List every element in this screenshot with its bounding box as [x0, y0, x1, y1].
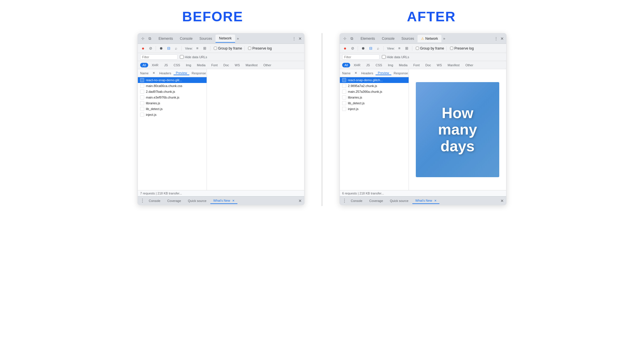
resource-all-after[interactable]: All — [342, 63, 350, 67]
resource-img-after[interactable]: Img — [386, 63, 395, 67]
resource-manifest-before[interactable]: Manifest — [243, 63, 260, 67]
filter-input-after[interactable] — [342, 54, 380, 60]
tab-headers-before[interactable]: Headers — [157, 71, 174, 75]
file-item-3-before[interactable]: main.e3ef976b.chunk.js — [138, 94, 207, 100]
view-list-btn2-after[interactable]: ⊞ — [404, 46, 410, 51]
resource-all-before[interactable]: All — [140, 63, 148, 67]
group-by-frame-checkbox-after[interactable] — [416, 47, 419, 50]
close-icon-before[interactable]: ✕ — [298, 36, 302, 41]
tab-response-after[interactable]: Response — [391, 71, 410, 75]
bottom-bar-dots-after[interactable]: ⋮ — [342, 198, 347, 203]
tab-console-after[interactable]: Console — [378, 35, 398, 42]
view-label-before: View: — [185, 47, 193, 50]
preserve-log-checkbox-after[interactable] — [450, 47, 453, 50]
bottom-tab-whatsnew-close-after[interactable]: ✕ — [434, 199, 437, 202]
resource-media-after[interactable]: Media — [397, 63, 410, 67]
record-btn-after[interactable]: ● — [342, 46, 348, 51]
file-item-3-after[interactable]: libraries.js — [340, 94, 409, 100]
resource-ws-before[interactable]: WS — [233, 63, 242, 67]
tab-network-before[interactable]: Network — [216, 35, 235, 43]
tab-elements-after[interactable]: Elements — [357, 35, 378, 42]
file-list-close-before[interactable]: ✕ — [151, 71, 157, 75]
file-name-3-after: libraries.js — [348, 96, 362, 99]
bottom-tab-whatsnew-before[interactable]: What's New ✕ — [210, 198, 237, 204]
file-item-4-before[interactable]: libraries.js — [138, 100, 207, 106]
bottom-bar-close-after[interactable]: ✕ — [500, 198, 504, 203]
bottom-tab-whatsnew-close-before[interactable]: ✕ — [232, 199, 235, 202]
file-item-1-before[interactable]: main.80ca66ca.chunk.css — [138, 83, 207, 89]
resource-ws-after[interactable]: WS — [435, 63, 444, 67]
resource-font-after[interactable]: Font — [411, 63, 422, 67]
file-list-close-after[interactable]: ✕ — [353, 71, 359, 75]
resource-doc-after[interactable]: Doc — [423, 63, 433, 67]
hide-data-urls-checkbox-before[interactable] — [180, 55, 184, 59]
resource-xhr-after[interactable]: XHR — [351, 63, 363, 67]
resource-js-after[interactable]: JS — [364, 63, 372, 67]
tab-network-label-after: Network — [425, 37, 438, 41]
bottom-tab-coverage-before[interactable]: Coverage — [164, 198, 184, 204]
tab-elements-before[interactable]: Elements — [155, 35, 176, 42]
tab-more-before[interactable]: » — [235, 35, 241, 42]
device-icon[interactable]: ⧉ — [147, 36, 152, 41]
tab-more-after[interactable]: » — [441, 35, 447, 42]
tab-preview-after[interactable]: Preview — [376, 71, 391, 75]
cursor-icon-after[interactable]: ⊹ — [342, 36, 347, 41]
file-item-0-after[interactable]: react-snap-demo.glitch... — [340, 77, 409, 83]
bottom-tab-whatsnew-after[interactable]: What's New ✕ — [412, 198, 439, 204]
filter-input-before[interactable] — [140, 54, 178, 60]
resource-css-before[interactable]: CSS — [171, 63, 182, 67]
record-btn-before[interactable]: ● — [140, 46, 146, 51]
file-item-5-before[interactable]: lib_detect.js — [138, 106, 207, 112]
stop-btn-before[interactable]: ⊘ — [148, 46, 153, 51]
device-icon-after[interactable]: ⧉ — [349, 36, 354, 41]
file-item-5-after[interactable]: inject.js — [340, 106, 409, 112]
resource-other-before[interactable]: Other — [261, 63, 274, 67]
bottom-bar-dots-before[interactable]: ⋮ — [140, 198, 145, 203]
resource-doc-before[interactable]: Doc — [221, 63, 231, 67]
view-list-btn1-after[interactable]: ≡ — [397, 46, 402, 51]
view-list-btn1-before[interactable]: ≡ — [195, 46, 200, 51]
close-icon-after[interactable]: ✕ — [500, 36, 504, 41]
resource-js-before[interactable]: JS — [162, 63, 170, 67]
file-item-2-after[interactable]: main.257a366a.chunk.js — [340, 89, 409, 94]
filter-btn-after[interactable]: ⊟ — [368, 46, 374, 51]
file-item-0-before[interactable]: react-no-snap-demo.glit... — [138, 77, 207, 83]
resource-font-before[interactable]: Font — [209, 63, 220, 67]
bottom-tab-console-after[interactable]: Console — [348, 198, 365, 204]
file-item-2-before[interactable]: 2.dad97bab.chunk.js — [138, 89, 207, 94]
view-list-btn2-before[interactable]: ⊞ — [202, 46, 208, 51]
preserve-log-checkbox-before[interactable] — [248, 47, 251, 50]
tab-sources-before[interactable]: Sources — [196, 35, 216, 42]
group-by-frame-checkbox-before[interactable] — [214, 47, 217, 50]
file-item-4-after[interactable]: lib_detect.js — [340, 100, 409, 106]
camera-btn-after[interactable]: ⏺ — [360, 46, 366, 51]
tab-headers-after[interactable]: Headers — [359, 71, 376, 75]
search-btn-before[interactable]: ⌕ — [173, 46, 179, 51]
bottom-tab-quicksource-after[interactable]: Quick source — [387, 198, 411, 204]
tab-sources-after[interactable]: Sources — [398, 35, 418, 42]
search-btn-after[interactable]: ⌕ — [375, 46, 381, 51]
resource-other-after[interactable]: Other — [463, 63, 476, 67]
resource-manifest-after[interactable]: Manifest — [445, 63, 462, 67]
file-item-6-before[interactable]: inject.js — [138, 112, 207, 118]
tab-preview-before[interactable]: Preview — [174, 71, 189, 75]
filter-btn-before[interactable]: ⊟ — [166, 46, 172, 51]
tab-network-after[interactable]: ⚠ Network — [418, 35, 441, 42]
hide-data-urls-checkbox-after[interactable] — [382, 55, 386, 59]
resource-img-before[interactable]: Img — [184, 63, 193, 67]
tab-console-before[interactable]: Console — [176, 35, 196, 42]
cursor-icon[interactable]: ⊹ — [140, 36, 145, 41]
bottom-tab-coverage-after[interactable]: Coverage — [366, 198, 386, 204]
bottom-tab-quicksource-before[interactable]: Quick source — [185, 198, 209, 204]
more-vert-icon-before[interactable]: ⋮ — [292, 36, 296, 41]
bottom-bar-close-before[interactable]: ✕ — [298, 198, 302, 203]
camera-btn-before[interactable]: ⏺ — [158, 46, 164, 51]
more-vert-icon-after[interactable]: ⋮ — [494, 36, 498, 41]
resource-media-before[interactable]: Media — [195, 63, 208, 67]
file-item-1-after[interactable]: 2.9895a7a2.chunk.js — [340, 83, 409, 89]
tab-response-before[interactable]: Response — [189, 71, 208, 75]
resource-css-after[interactable]: CSS — [373, 63, 384, 67]
stop-btn-after[interactable]: ⊘ — [350, 46, 355, 51]
resource-xhr-before[interactable]: XHR — [149, 63, 161, 67]
bottom-tab-console-before[interactable]: Console — [146, 198, 163, 204]
